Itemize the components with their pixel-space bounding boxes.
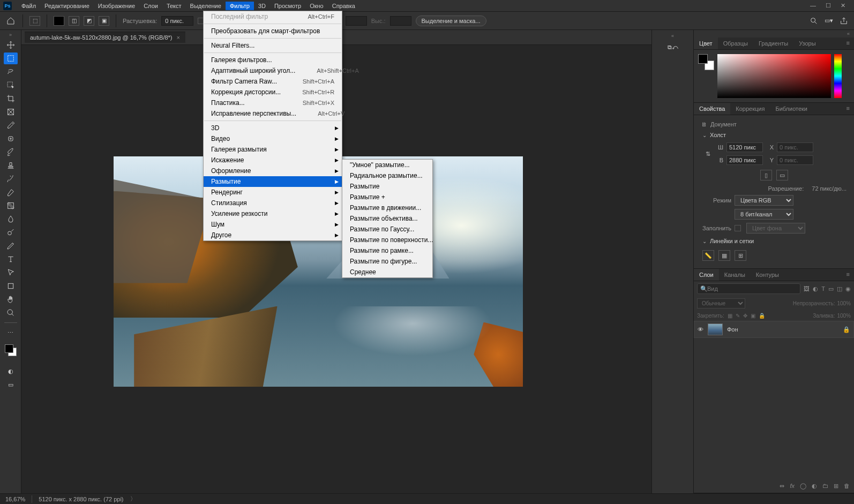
blur-submenu-item[interactable]: Размытие по поверхности... [342, 235, 432, 245]
type-tool[interactable] [4, 253, 18, 265]
home-icon[interactable] [5, 16, 16, 26]
search-icon[interactable] [809, 16, 819, 26]
filter-menu-item[interactable]: Другое▶ [204, 230, 342, 240]
filter-menu-item[interactable]: Галерея фильтров... [204, 55, 342, 65]
blur-submenu-item[interactable]: Радиальное размытие... [342, 170, 432, 181]
tab-close-icon[interactable]: × [177, 34, 180, 41]
portrait-icon[interactable]: ▯ [760, 170, 772, 180]
menu-help[interactable]: Справка [328, 2, 359, 10]
filter-menu-item[interactable]: Фильтр Camera Raw...Shift+Ctrl+A [204, 76, 342, 87]
panel-menu-icon[interactable]: ≡ [842, 103, 854, 115]
blur-submenu-item[interactable]: Размытие [342, 181, 432, 192]
filter-menu-item[interactable]: Усиление резкости▶ [204, 208, 342, 219]
object-select-tool[interactable] [4, 79, 18, 91]
filter-shape-icon[interactable]: ▭ [828, 285, 834, 292]
zoom-tool[interactable] [4, 307, 18, 319]
move-tool[interactable] [4, 39, 18, 51]
filter-menu-item[interactable]: Адаптивный широкий угол...Alt+Shift+Ctrl… [204, 65, 342, 76]
blur-submenu-item[interactable]: Среднее [342, 267, 432, 277]
lock-artboard-icon[interactable]: ▣ [751, 313, 755, 319]
menu-window[interactable]: Окно [305, 2, 328, 10]
menu-layers[interactable]: Слои [139, 2, 162, 10]
filter-menu-item[interactable]: Стилизация▶ [204, 198, 342, 208]
eraser-tool[interactable] [4, 186, 18, 198]
lock-pixels-icon[interactable]: ▦ [728, 313, 732, 319]
filter-toggle-icon[interactable]: ◉ [845, 285, 851, 292]
filter-menu-item[interactable]: Шум▶ [204, 219, 342, 230]
healing-tool[interactable] [4, 133, 18, 145]
color-mode-select[interactable]: Цвета RGB [735, 195, 793, 206]
stamp-tool[interactable] [4, 160, 18, 171]
layer-name[interactable]: Фон [727, 326, 738, 333]
marquee-tool[interactable] [4, 52, 18, 64]
panel-menu-icon[interactable]: ≡ [842, 37, 854, 49]
pen-tool[interactable] [4, 240, 18, 252]
menu-3d[interactable]: 3D [254, 2, 270, 10]
tab-libraries[interactable]: Библиотеки [770, 103, 813, 115]
frame-tool[interactable] [4, 106, 18, 118]
filter-menu-item[interactable]: Галерея размытия▶ [204, 144, 342, 155]
lock-icon[interactable]: 🔒 [843, 326, 850, 333]
blur-tool[interactable] [4, 213, 18, 225]
menu-view[interactable]: Просмотр [270, 2, 305, 10]
grid-icon[interactable]: ▦ [718, 250, 730, 261]
history-panel-icon[interactable]: ⧉↶ [668, 44, 678, 51]
filter-menu-item[interactable]: Преобразовать для смарт-фильтров [204, 26, 342, 36]
selection-new-icon[interactable] [54, 16, 64, 26]
tab-patterns[interactable]: Узоры [793, 37, 821, 49]
tab-channels[interactable]: Каналы [719, 269, 751, 281]
selection-subtract-icon[interactable]: ◩ [84, 16, 94, 26]
eyedropper-tool[interactable] [4, 119, 18, 131]
filter-menu-item[interactable]: Видео▶ [204, 133, 342, 144]
filter-menu-item[interactable]: Neural Filters... [204, 40, 342, 51]
minimize-icon[interactable]: — [810, 2, 816, 9]
mask-icon[interactable]: ◯ [800, 483, 806, 490]
adjustment-icon[interactable]: ◐ [812, 483, 817, 490]
blur-submenu-item[interactable]: Размытие по рамке... [342, 245, 432, 256]
tab-properties[interactable]: Свойства [694, 103, 730, 115]
menu-file[interactable]: Файл [17, 2, 40, 10]
filter-menu-item[interactable]: Искажение▶ [204, 155, 342, 166]
layer-filter-input[interactable] [697, 283, 800, 294]
crop-tool[interactable] [4, 93, 18, 104]
marquee-tool-icon[interactable]: ⬚ [29, 16, 40, 26]
gradient-tool[interactable] [4, 200, 18, 212]
shape-tool[interactable] [4, 280, 18, 292]
filter-image-icon[interactable]: 🖼 [804, 285, 810, 292]
filter-smart-icon[interactable]: ◫ [837, 285, 842, 292]
landscape-icon[interactable]: ▭ [776, 170, 788, 180]
filter-type-icon[interactable]: T [821, 285, 825, 292]
selection-intersect-icon[interactable]: ▣ [99, 16, 109, 26]
bit-depth-select[interactable]: 8 бит/канал [735, 209, 793, 220]
tab-adjustments[interactable]: Коррекция [730, 103, 770, 115]
lasso-tool[interactable] [4, 66, 18, 78]
history-brush-tool[interactable] [4, 173, 18, 185]
filter-menu-item[interactable]: Размытие▶ [204, 176, 342, 187]
feather-input[interactable] [161, 16, 193, 26]
tab-paths[interactable]: Контуры [751, 269, 784, 281]
menu-edit[interactable]: Редактирование [40, 2, 94, 10]
link-layers-icon[interactable]: ⇔ [780, 483, 784, 490]
canvas-section[interactable]: Холст [698, 129, 850, 141]
select-and-mask-button[interactable]: Выделение и маска... [416, 16, 486, 26]
path-select-tool[interactable] [4, 267, 18, 279]
blur-submenu-item[interactable]: Размытие объектива... [342, 213, 432, 224]
filter-menu-item[interactable]: Оформление▶ [204, 166, 342, 176]
maximize-icon[interactable]: ☐ [826, 2, 831, 9]
menu-select[interactable]: Выделение [186, 2, 226, 10]
guides-icon[interactable]: ⊞ [735, 250, 746, 261]
doc-dimensions[interactable]: 5120 пикс. x 2880 пикс. (72 ppi) [39, 496, 123, 502]
panel-menu-icon[interactable]: ≡ [842, 269, 854, 281]
brush-tool[interactable] [4, 146, 18, 158]
ruler-icon[interactable]: 📏 [702, 250, 714, 261]
share-icon[interactable] [839, 16, 849, 26]
dodge-tool[interactable] [4, 227, 18, 238]
blur-submenu-item[interactable]: Размытие + [342, 192, 432, 202]
foreground-background-colors[interactable] [4, 343, 18, 357]
screen-mode-icon[interactable]: ▭ [4, 379, 18, 390]
edit-toolbar-icon[interactable]: ⋯ [4, 327, 18, 338]
menu-filter[interactable]: Фильтр [226, 2, 254, 10]
tab-gradients[interactable]: Градиенты [753, 37, 793, 49]
lock-position-icon[interactable]: ✥ [743, 313, 747, 319]
tab-layers[interactable]: Слои [694, 269, 719, 281]
